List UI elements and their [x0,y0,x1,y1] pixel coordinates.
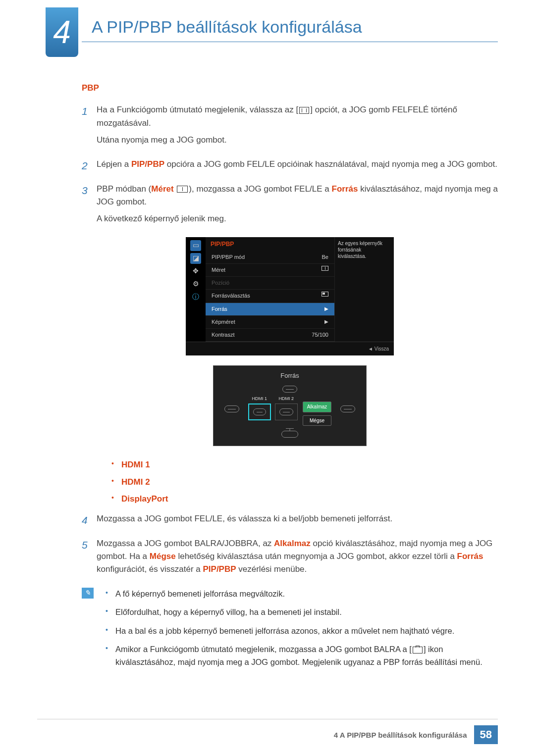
osd-row-mode: PIP/PBP módBe [206,251,334,264]
stand-icon [281,431,298,438]
page-header: 4 A PIP/PBP beállítások konfigurálása [0,0,535,42]
port-icon [282,386,297,393]
step-1: 1 Ha a Funkciógomb útmutató megjelenik, … [82,103,498,151]
osd-sidebar: ▭ ◪ ✥ ⚙ ⓘ [186,237,206,342]
step-3: 3 PBP módban (Méret ), mozgassa a JOG go… [82,183,498,230]
source-sel-icon [321,292,328,297]
content: PBP 1 Ha a Funkciógomb útmutató megjelen… [82,82,498,675]
step-3-line2: A következő képernyő jelenik meg. [97,212,498,225]
osd-row-picsize: Képméret▶ [206,316,334,329]
step-number: 2 [82,158,97,175]
page-number: 58 [474,725,498,744]
osd-icon-picture: ▭ [190,240,201,251]
port-list: HDMI 1 HDMI 2 DisplayPort [111,458,498,505]
note-icon [82,588,94,599]
port-icon [224,405,239,412]
step-5-text: Mozgassa a JOG gombot BALRA/JOBBRA, az A… [97,537,498,576]
hdmi1-label: HDMI 1 [248,396,271,403]
osd-icon-pip: ◪ [190,253,201,264]
source-dialog-screenshot: Forrás HDMI 1 HDMI 2 Alkalmaz Mégs [82,365,498,446]
port-hdmi1: HDMI 1 [121,460,150,469]
step-1-line2: Utána nyomja meg a JOG gombot. [97,134,498,147]
hdmi2-label: HDMI 2 [275,396,298,403]
cancel-button: Mégse [303,415,332,426]
step-number: 3 [82,183,97,230]
chapter-number: 4 [53,14,71,50]
step-number: 4 [82,512,97,529]
note-4: Amikor a Funkciógomb útmutató megjelenik… [106,643,498,668]
osd-description: Az egyes képernyők forrásának kiválasztá… [334,237,394,342]
step-1-line1: Ha a Funkciógomb útmutató megjelenik, vá… [97,103,498,130]
note-block: A fő képernyő bemeneti jelforrása megvál… [82,588,498,675]
header-divider [82,42,498,42]
step-number: 1 [82,103,97,151]
osd-icon-info: ⓘ [190,292,201,302]
hdmi1-box [248,403,271,420]
osd-row-source: Forrás▶ [206,303,334,316]
note-1: A fő képernyő bemeneti jelforrása megvál… [106,588,498,601]
note-3: Ha a bal és a jobb képernyő bemeneti jel… [106,625,498,638]
footer-text: 4 A PIP/PBP beállítások konfigurálása [334,731,467,739]
osd-icon-gear: ⚙ [190,279,201,290]
osd-footer: ◄ Vissza [186,342,394,356]
hdmi2-box [275,403,298,420]
step-3-line1: PBP módban (Méret ), mozgassa a JOG gomb… [97,183,498,209]
source-dialog-title: Forrás [220,371,359,381]
pbp-size-icon [177,186,188,193]
section-label: PBP [82,82,498,95]
osd-screenshot: ▭ ◪ ✥ ⚙ ⓘ PIP/PBP PIP/PBP módBe Méret Po… [82,237,498,355]
step-2: 2 Lépjen a PIP/PBP opcióra a JOG gomb FE… [82,158,498,175]
step-4-text: Mozgassa a JOG gombot FEL/LE, és válassz… [97,512,498,525]
port-displayport: DisplayPort [121,494,168,504]
step-5: 5 Mozgassa a JOG gombot BALRA/JOBBRA, az… [82,537,498,580]
footer: 4 A PIP/PBP beállítások konfigurálása 58 [334,725,498,744]
chapter-tab: 4 [46,7,78,57]
pbp-split-icon [321,266,328,271]
osd-title: PIP/PBP [206,237,334,252]
footer-divider [37,719,498,719]
step-4: 4 Mozgassa a JOG gombot FEL/LE, és válas… [82,512,498,529]
port-hdmi2: HDMI 2 [121,477,150,487]
step-number: 5 [82,537,97,580]
note-2: Előfordulhat, hogy a képernyő villog, ha… [106,606,498,619]
osd-row-source-sel: Forrásválasztás [206,290,334,302]
step-2-text: Lépjen a PIP/PBP opcióra a JOG gomb FEL/… [97,158,498,171]
port-icon [340,405,355,412]
osd-icon-move: ✥ [190,266,201,277]
source-menu-icon [413,647,423,654]
menu-icon [299,107,309,114]
osd-row-position: Pozíció [206,277,334,290]
chapter-title: A PIP/PBP beállítások konfigurálása [92,0,535,37]
osd-row-contrast: Kontraszt75/100 [206,329,334,342]
apply-button: Alkalmaz [303,402,332,412]
osd-row-size: Méret [206,264,334,277]
